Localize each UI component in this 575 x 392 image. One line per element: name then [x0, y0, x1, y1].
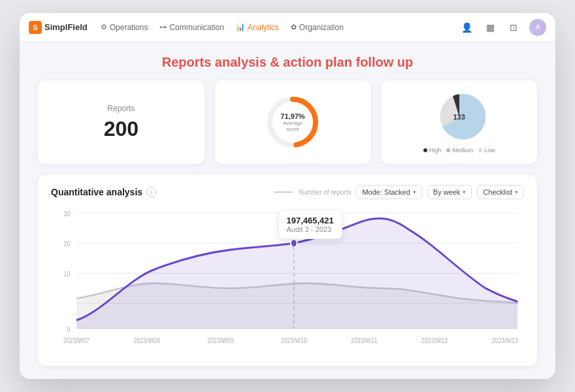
legend-medium-dot	[446, 148, 450, 152]
legend-low-label: Low	[484, 147, 495, 154]
operations-icon: ⚙	[101, 23, 107, 31]
type-dropdown[interactable]: Checklist ▾	[477, 185, 524, 199]
nav-item-label: Communication	[169, 23, 223, 32]
type-chevron: ▾	[515, 189, 518, 195]
nav-item-organization[interactable]: ✿ Organization	[291, 23, 344, 32]
type-label: Checklist	[483, 188, 512, 196]
donut-card: 71,97% Average score	[215, 80, 371, 164]
legend-low-dot	[478, 148, 482, 152]
donut-chart: 71,97% Average score	[263, 93, 322, 152]
legend-high-dot	[423, 148, 427, 152]
svg-text:0: 0	[67, 325, 70, 333]
nav-items: ⚙ Operations ⊶ Communication 📊 Analytics…	[101, 23, 446, 32]
navbar-actions: 👤 ▦ ⊡ A	[459, 19, 546, 36]
nav-item-analytics[interactable]: 📊 Analytics	[236, 23, 279, 32]
svg-text:2023/W07: 2023/W07	[63, 336, 90, 344]
svg-text:20: 20	[64, 240, 71, 248]
analysis-card: Quantitative analysis i Number of report…	[38, 174, 537, 366]
pie-legend: High Medium Low	[423, 147, 495, 154]
legend-medium: Medium	[446, 147, 473, 154]
legend-low: Low	[478, 147, 495, 154]
analysis-title-group: Quantitative analysis i	[51, 187, 157, 197]
mode-chevron: ▾	[413, 189, 416, 195]
logo-icon: S	[29, 21, 42, 34]
legend-high: High	[423, 147, 442, 154]
by-label: By week	[433, 188, 461, 196]
avatar[interactable]: A	[529, 19, 546, 36]
svg-text:2023/W09: 2023/W09	[207, 336, 233, 344]
svg-text:2023/W11: 2023/W11	[351, 336, 377, 344]
logo-text: SimplField	[44, 22, 88, 32]
pie-card: 133 High Medium Low	[381, 80, 537, 164]
nav-item-label: Operations	[110, 23, 148, 32]
svg-text:10: 10	[64, 270, 71, 278]
donut-percent: 71,97%	[278, 112, 308, 120]
analysis-header: Quantitative analysis i Number of report…	[51, 185, 524, 199]
svg-text:30: 30	[64, 210, 71, 218]
browser-window: S SimplField ⚙ Operations ⊶ Communicatio…	[20, 13, 555, 379]
reports-card: Reports 200	[38, 80, 205, 164]
mode-label: Mode: Stacked	[362, 188, 410, 196]
organization-icon: ✿	[291, 23, 297, 31]
pie-chart: 133	[433, 91, 485, 143]
window-icon[interactable]: ⊡	[506, 20, 521, 35]
mode-dropdown[interactable]: Mode: Stacked ▾	[356, 185, 421, 199]
by-dropdown[interactable]: By week ▾	[427, 185, 472, 199]
donut-label: Average score	[278, 120, 308, 132]
analysis-controls: Number of reports Mode: Stacked ▾ By wee…	[274, 185, 524, 199]
users-icon[interactable]: 👤	[459, 20, 474, 35]
by-chevron: ▾	[463, 189, 466, 195]
legend-medium-label: Medium	[452, 147, 473, 154]
chart-area: 30 20 10 0 2023/W07 2023	[51, 204, 524, 355]
svg-text:2023/W08: 2023/W08	[134, 336, 160, 344]
nav-item-communication[interactable]: ⊶ Communication	[159, 23, 223, 32]
nav-item-operations[interactable]: ⚙ Operations	[101, 23, 148, 32]
info-icon[interactable]: i	[146, 187, 157, 197]
navbar: S SimplField ⚙ Operations ⊶ Communicatio…	[20, 13, 555, 42]
pie-center-value: 133	[453, 113, 465, 121]
chart-svg: 30 20 10 0 2023/W07 2023	[51, 204, 524, 355]
analysis-title: Quantitative analysis	[51, 187, 142, 197]
svg-text:2023/W12: 2023/W12	[421, 336, 448, 344]
nav-item-label: Analytics	[248, 23, 279, 32]
svg-text:2023/W13: 2023/W13	[492, 336, 518, 344]
donut-center: 71,97% Average score	[278, 112, 308, 132]
page-title: Reports analysis & action plan follow up	[38, 55, 537, 70]
analytics-icon: 📊	[236, 23, 245, 31]
number-of-reports-label: Number of reports	[299, 189, 352, 196]
reports-value: 200	[104, 117, 139, 141]
logo[interactable]: S SimplField	[29, 21, 88, 34]
stats-row: Reports 200 71,97% Average score	[38, 80, 537, 164]
legend-line-gray	[274, 191, 293, 193]
reports-label: Reports	[107, 104, 135, 113]
calendar-icon[interactable]: ▦	[482, 20, 498, 35]
main-content: Reports analysis & action plan follow up…	[20, 42, 555, 379]
nav-item-label: Organization	[299, 23, 344, 32]
legend-high-label: High	[429, 147, 442, 154]
communication-icon: ⊶	[159, 23, 167, 31]
svg-text:2023/W10: 2023/W10	[281, 336, 307, 344]
